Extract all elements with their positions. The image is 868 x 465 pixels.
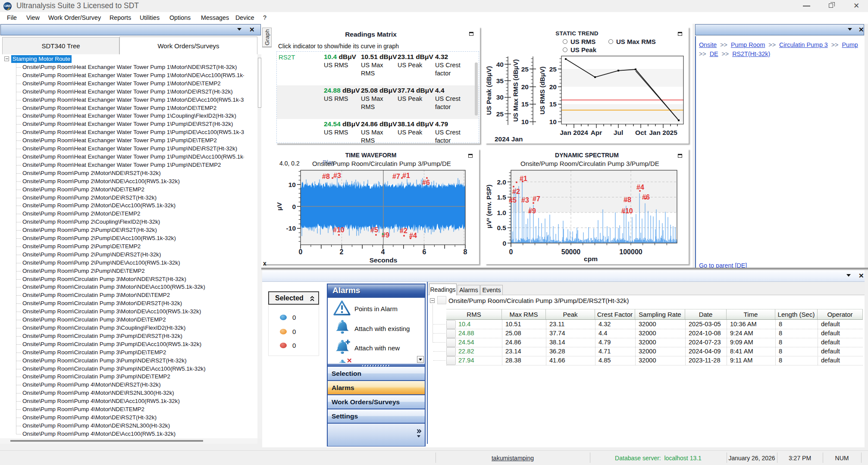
svg-text:20: 20	[521, 83, 529, 91]
svg-text:0: 0	[502, 240, 506, 247]
svg-text:Jul: Jul	[614, 129, 623, 136]
svg-text:8: 8	[464, 248, 467, 256]
svg-text:100000: 100000	[619, 248, 642, 256]
svg-text:2: 2	[340, 248, 344, 256]
svg-text:15: 15	[521, 100, 529, 108]
svg-text:0: 0	[509, 248, 513, 256]
svg-text:Seconds: Seconds	[370, 256, 398, 264]
svg-text:50000: 50000	[561, 248, 581, 256]
svg-text:US RMS (dBμV): US RMS (dBμV)	[539, 66, 546, 115]
svg-text:0: 0	[299, 248, 303, 256]
svg-text:10: 10	[288, 181, 296, 188]
svg-text:2.0: 2.0	[497, 178, 506, 186]
svg-text:μV: μV	[276, 202, 283, 210]
svg-text:Apr: Apr	[591, 129, 602, 136]
svg-text:25: 25	[549, 66, 557, 73]
svg-text:30: 30	[496, 94, 504, 101]
svg-text:-10: -10	[286, 225, 296, 232]
svg-text:1.0: 1.0	[497, 209, 506, 216]
svg-text:10: 10	[521, 118, 529, 125]
svg-text:4: 4	[381, 248, 385, 256]
svg-text:US Peak (dBμV): US Peak (dBμV)	[485, 66, 492, 115]
svg-text:6: 6	[423, 248, 426, 256]
svg-text:35: 35	[496, 77, 504, 84]
svg-text:0: 0	[292, 203, 296, 210]
svg-text:μV² (env. PSP): μV² (env. PSP)	[485, 184, 492, 228]
svg-text:Jan 2024: Jan 2024	[560, 129, 588, 136]
svg-text:20: 20	[549, 83, 557, 91]
svg-text:US Max RMS (dBμV): US Max RMS (dBμV)	[512, 59, 519, 122]
svg-text:25: 25	[496, 110, 504, 118]
svg-text:10: 10	[549, 118, 557, 125]
svg-text:Jan 2025: Jan 2025	[649, 129, 677, 136]
svg-text:15: 15	[549, 100, 557, 108]
svg-text:cpm: cpm	[584, 255, 598, 262]
svg-text:Oct: Oct	[635, 129, 646, 136]
svg-text:2024 Jan: 2024 Jan	[495, 135, 523, 143]
svg-text:1.5: 1.5	[497, 193, 506, 201]
svg-text:25: 25	[521, 66, 529, 73]
svg-text:40: 40	[496, 61, 504, 68]
svg-text:0.5: 0.5	[497, 224, 506, 231]
